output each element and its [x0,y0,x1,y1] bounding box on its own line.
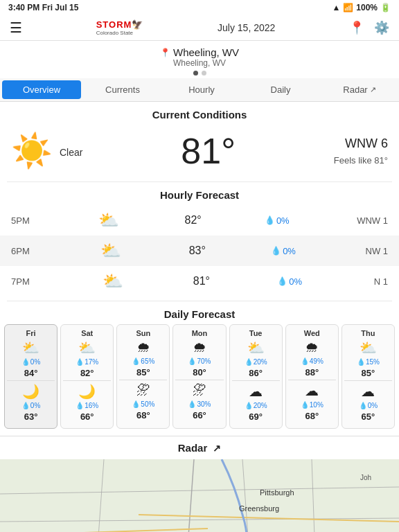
daily-icon-sun: 🌧 [119,339,167,355]
daily-low-fri: 63° [7,411,55,422]
daily-precip-fri: 💧 0% [7,358,55,366]
daily-precip-wed: 💧 49% [288,357,336,365]
daily-night-icon-fri: 🌙 [7,383,55,400]
hourly-icon-7pm: ⛅ [100,272,125,291]
status-bar: 3:40 PM Fri Jul 15 ▲ 📶 100% 🔋 [0,0,399,15]
app-header: ☰ STORM🦅 Colorado State July 15, 2022 📍 … [0,15,399,41]
settings-icon[interactable]: ⚙️ [374,20,389,35]
daily-day-sat: Sat [63,329,111,337]
status-time: 3:40 PM Fri Jul 15 [8,3,78,12]
daily-low-mon: 66° [175,410,223,420]
drop-icon-wed: 💧 [301,357,309,365]
daily-night-precip-sat: 💧 16% [63,402,111,409]
location-pin-icon[interactable]: 📍 [349,20,364,35]
tab-currents[interactable]: Currents [83,78,162,101]
logo-text: STORM🦅 [96,19,144,30]
daily-high-tue: 86° [232,368,280,378]
drop-night-mon: 💧 [188,400,196,408]
dot-1[interactable] [193,71,198,76]
hourly-row-7pm: 7PM ⛅ 81° 💧 0% N 1 [0,266,399,296]
daily-precip-thu: 💧 15% [344,358,392,366]
daily-night-icon-mon: ⛈ [175,382,223,398]
current-conditions-section: Current Conditions ☀️ Clear 81° WNW 6 Fe… [0,102,399,181]
daily-icon-fri: ⛅ [7,339,55,356]
daily-icon-thu: ⛅ [344,339,392,356]
daily-precip-sat: 💧 17% [63,358,111,366]
drop-night-fri: 💧 [21,402,30,409]
daily-night-precip-fri: 💧 0% [7,402,55,409]
radar-share-icon[interactable]: ↗ [213,443,221,454]
daily-night-precip-sun: 💧 50% [119,400,167,408]
hourly-icon-6pm: ⛅ [98,241,123,260]
drop-night-tue: 💧 [245,402,253,409]
daily-icon-mon: 🌧 [175,339,223,355]
drop-icon-tue: 💧 [245,358,253,366]
current-right: WNW 6 Feels like 81° [334,136,388,166]
daily-high-thu: 85° [344,368,392,378]
daily-col-wed: Wed 🌧 💧 49% 88° ☁ 💧 10% 68° [285,324,339,429]
dot-2[interactable] [202,71,206,76]
daily-icon-sat: ⛅ [63,339,111,356]
daily-high-fri: 84° [7,368,55,378]
current-weather-icon: ☀️ [11,132,53,170]
battery-label: 100% [356,3,378,12]
drop-night-sun: 💧 [132,400,140,408]
daily-low-sat: 66° [63,411,111,422]
hourly-title: Hourly Forecast [0,182,399,205]
location-dots [0,71,399,76]
daily-night-icon-tue: ☁ [232,383,280,400]
drop-icon-6pm: 💧 [271,246,281,256]
daily-day-tue: Tue [232,329,280,337]
location-pin-small-icon: 📍 [160,48,170,57]
daily-divider-sun [119,380,167,380]
radar-svg: Pittsburgh Greensburg Joh [0,459,399,532]
radar-section: Radar ↗ Pittsburgh Greensburg Joh [0,436,399,532]
current-condition-label: Clear [60,147,82,158]
daily-day-mon: Mon [175,329,223,337]
radar-title: Radar [178,442,208,454]
drop-icon-fri: 💧 [21,358,30,366]
current-left: ☀️ Clear [11,132,82,170]
tab-radar[interactable]: Radar ↗ [320,78,399,101]
drop-night-wed: 💧 [301,401,309,409]
hourly-precip-6pm: 💧 0% [271,246,309,256]
app-logo: STORM🦅 Colorado State [96,19,144,36]
tab-hourly[interactable]: Hourly [162,78,241,101]
hourly-forecast-section: Hourly Forecast 5PM ⛅ 82° 💧 0% WNW 1 6PM… [0,182,399,296]
drop-icon-mon: 💧 [188,357,196,365]
daily-day-fri: Fri [7,329,55,337]
drop-icon-7pm: 💧 [277,276,287,286]
drop-icon-sat: 💧 [76,358,84,366]
hourly-icon-5pm: ⛅ [96,211,121,230]
hourly-time-7pm: 7PM [11,276,42,287]
hourly-time-6pm: 6PM [11,246,42,256]
daily-high-mon: 80° [175,367,223,378]
location-city: Wheeling, WV [173,46,239,58]
tab-daily[interactable]: Daily [241,78,320,101]
daily-divider-mon [175,380,223,380]
daily-icon-tue: ⛅ [232,339,280,356]
daily-divider-fri [7,380,55,381]
drop-night-thu: 💧 [359,402,367,409]
tab-overview[interactable]: Overview [2,80,81,99]
hourly-temp-6pm: 83° [180,245,215,257]
share-icon: ↗ [370,85,376,94]
daily-grid: Fri ⛅ 💧 0% 84° 🌙 💧 0% 63° Sat ⛅ 💧 17% 82… [4,324,395,429]
status-right: ▲ 📶 100% 🔋 [332,3,391,12]
menu-button[interactable]: ☰ [10,19,22,36]
hourly-row-5pm: 5PM ⛅ 82° 💧 0% WNW 1 [0,205,399,236]
hourly-temp-5pm: 82° [176,214,211,227]
daily-day-sun: Sun [119,329,167,337]
location-state: Wheeling, WV [0,58,399,68]
radar-map[interactable]: Pittsburgh Greensburg Joh [0,459,399,532]
wifi-icon: ▲ [332,3,340,12]
daily-night-precip-thu: 💧 0% [344,402,392,409]
svg-text:Greensburg: Greensburg [239,504,279,513]
daily-low-thu: 65° [344,411,392,422]
drop-night-sat: 💧 [76,402,84,409]
daily-precip-tue: 💧 20% [232,358,280,366]
daily-high-sat: 82° [63,368,111,378]
current-conditions-body: ☀️ Clear 81° WNW 6 Feels like 81° [0,125,399,181]
radar-header: Radar ↗ [0,436,399,459]
daily-high-wed: 88° [288,367,336,378]
